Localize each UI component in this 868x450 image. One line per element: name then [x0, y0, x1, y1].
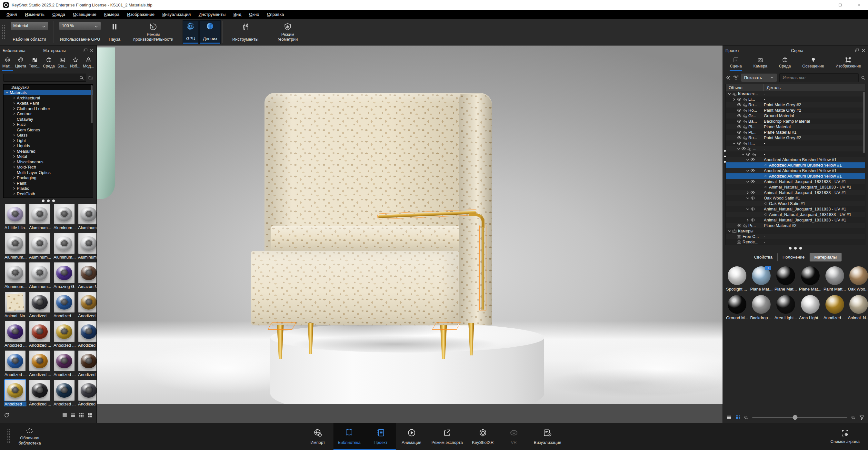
tree-item-Metal[interactable]: Metal [4, 154, 93, 160]
scene-tree-row[interactable]: Ro...Paint Matte Grey #2 [726, 102, 865, 108]
dock-item-Проект[interactable]: Проект [365, 423, 396, 450]
material-thumbnail[interactable]: Aluminum... [53, 233, 75, 259]
tree-item-Multi-Layer-Optics[interactable]: Multi-Layer Optics [4, 170, 93, 175]
scene-tree-row[interactable]: Anodized Aluminum Brushed Yellow #1 [726, 168, 865, 173]
project-pager-dots[interactable] [723, 245, 868, 251]
library-tab-Цвета[interactable]: Цвета [15, 56, 27, 71]
minimize-button[interactable] [812, 0, 831, 10]
material-thumbnail[interactable]: Anodized ... [4, 380, 26, 406]
project-tab-Сцена[interactable]: Сцена [730, 56, 742, 71]
material-thumbnail[interactable]: Anodized ... [78, 292, 96, 318]
scene-tree-row[interactable]: ...- [726, 146, 865, 151]
denoise-toggle-button[interactable]: Деноиз [199, 20, 221, 44]
project-tab-Изображение[interactable]: Изображение [835, 56, 861, 71]
tree-item-Packaging[interactable]: Packaging [4, 175, 93, 181]
undock-icon[interactable] [855, 49, 859, 53]
scene-tree-row[interactable]: Rende...- [726, 239, 865, 245]
refresh-icon[interactable] [4, 413, 9, 418]
list-view-icon[interactable] [726, 415, 732, 420]
panel-resize-handle[interactable] [724, 148, 726, 165]
scene-search-input[interactable] [782, 75, 856, 80]
tree-item-Mold-Tech[interactable]: Mold-Tech [4, 165, 93, 170]
object-column-header[interactable]: Объект [726, 84, 764, 91]
material-thumbnail[interactable]: Aluminum... [78, 204, 96, 230]
scene-tree-row[interactable]: Ro...Paint Matte Grey #2 [726, 108, 865, 113]
material-thumbnail[interactable]: Anodized ... [4, 350, 26, 377]
scene-tree-row[interactable]: Animal_Natural_Jacquard_1831833 - UV #1 [726, 179, 865, 184]
scene-material-item[interactable]: Animal_N... [847, 293, 868, 321]
tree-item-Miscellaneous[interactable]: Miscellaneous [4, 159, 93, 165]
detail-column-header[interactable]: Деталь [764, 85, 781, 90]
add-folder-icon[interactable] [88, 75, 93, 80]
scene-tree-row[interactable]: Li...- [726, 96, 865, 102]
material-thumbnail[interactable]: Anodized ... [53, 380, 75, 406]
scene-material-item[interactable]: Area Light... [798, 293, 822, 321]
material-thumbnail[interactable]: Anodized ... [53, 350, 75, 377]
screenshot-button[interactable]: Снимок экрана [822, 423, 868, 450]
maximize-button[interactable] [831, 0, 849, 10]
scene-search-box[interactable] [779, 73, 859, 82]
cloud-library-button[interactable]: Облачная библиотека [12, 423, 48, 450]
realtime-3d-viewport[interactable] [97, 46, 722, 423]
dock-item-Визуализация[interactable]: Визуализация [529, 423, 566, 450]
gpu-usage-dropdown[interactable]: 100 % [59, 22, 101, 30]
material-thumbnail[interactable]: Anodized ... [28, 380, 51, 406]
properties-tab-Свойства[interactable]: Свойства [749, 253, 777, 261]
large-grid-view-icon[interactable] [87, 413, 93, 418]
scene-tree-row[interactable]: Gr...Ground Material [726, 113, 865, 118]
menu-item-Справка[interactable]: Справка [263, 12, 288, 17]
menu-item-Окно[interactable]: Окно [245, 12, 263, 17]
material-thumbnail[interactable]: Anodized ... [53, 292, 75, 318]
material-thumbnail[interactable]: Amazon M... [78, 262, 96, 289]
scene-material-item[interactable]: Anodized ... [823, 293, 846, 321]
gpu-toggle-button[interactable]: GPU [183, 20, 199, 44]
small-grid-view-icon[interactable] [79, 413, 84, 418]
material-thumbnail[interactable]: Aluminum... [53, 204, 75, 230]
scene-tree-row[interactable]: Animal_Natural_Jacquard_1831833 - UV #1 [726, 212, 865, 217]
dock-grip-handle[interactable] [7, 429, 10, 444]
properties-tab-Положение[interactable]: Положение [777, 253, 810, 261]
scene-material-item[interactable]: +Plane Mat... [750, 265, 773, 292]
scene-tree-row[interactable]: Ro...Paint Matte Grey #2 [726, 135, 865, 140]
menu-item-Файл[interactable]: Файл [3, 12, 21, 17]
scene-material-item[interactable]: Area Light... [774, 293, 798, 321]
project-tab-Камера[interactable]: Камера [753, 56, 768, 71]
menu-item-Изменить[interactable]: Изменить [21, 12, 49, 17]
material-thumbnail[interactable]: Anodized ... [28, 292, 51, 318]
scene-tree-row[interactable]: Anodized Aluminum Brushed Yellow #1 [726, 173, 865, 179]
menu-item-Среда[interactable]: Среда [49, 12, 69, 17]
material-thumbnail[interactable]: Anodized ... [4, 321, 26, 348]
project-tab-Среда[interactable]: Среда [779, 56, 791, 71]
scene-material-item[interactable]: Backdrop ... [750, 293, 773, 321]
tree-item-Light[interactable]: Light [4, 138, 93, 143]
material-thumbnail[interactable]: Aluminum... [4, 262, 26, 289]
tree-item-Plastic[interactable]: Plastic [4, 186, 93, 191]
scene-material-item[interactable]: Plane Mat... [798, 265, 822, 292]
toolbar-grip-handle[interactable] [2, 25, 5, 39]
collapse-all-icon[interactable] [725, 75, 731, 80]
scene-tree-row[interactable]: Камеры [726, 228, 865, 234]
dock-item-KeyShotXR[interactable]: KeyShotXR [467, 423, 498, 450]
tree-item-Architectural[interactable]: Architectural [4, 95, 93, 101]
close-button[interactable] [849, 0, 868, 10]
scene-tree-row[interactable]: Anodized Aluminum Brushed Yellow #1 [726, 157, 865, 162]
tree-item-Measured[interactable]: Measured [4, 148, 93, 154]
material-thumbnail[interactable]: Aluminum... [28, 262, 51, 289]
scene-tree-row[interactable]: Animal_Natural_Jacquard_1831833 - UV #1 [726, 217, 865, 223]
panel-close-icon[interactable] [90, 49, 94, 53]
tree-item-Liquids[interactable]: Liquids [4, 143, 93, 149]
scene-tree-row[interactable]: Animal_Natural_Jacquard_1831833 - UV #1 [726, 206, 865, 212]
workspace-dropdown[interactable]: Material [10, 22, 49, 30]
menu-item-Камера[interactable]: Камера [100, 12, 123, 17]
menu-item-Инструменты[interactable]: Инструменты [194, 12, 229, 17]
material-thumbnail[interactable]: Aluminum... [28, 204, 51, 230]
scene-material-item[interactable]: Paint Matt... [823, 265, 846, 292]
tree-item-Glass[interactable]: Glass [4, 133, 93, 138]
tree-scrollbar[interactable] [91, 85, 93, 123]
tree-item-Fuzz[interactable]: Fuzz [4, 122, 93, 128]
scene-material-item[interactable]: Oak Woo... [847, 265, 868, 292]
scene-tree-row[interactable]: Oak Wood Satin #1 [726, 201, 865, 206]
project-tab-Освещение[interactable]: Освещение [802, 56, 824, 71]
scene-material-item[interactable]: Plane Mat... [774, 265, 798, 292]
library-tab-Изб...[interactable]: Изб... [70, 56, 81, 71]
